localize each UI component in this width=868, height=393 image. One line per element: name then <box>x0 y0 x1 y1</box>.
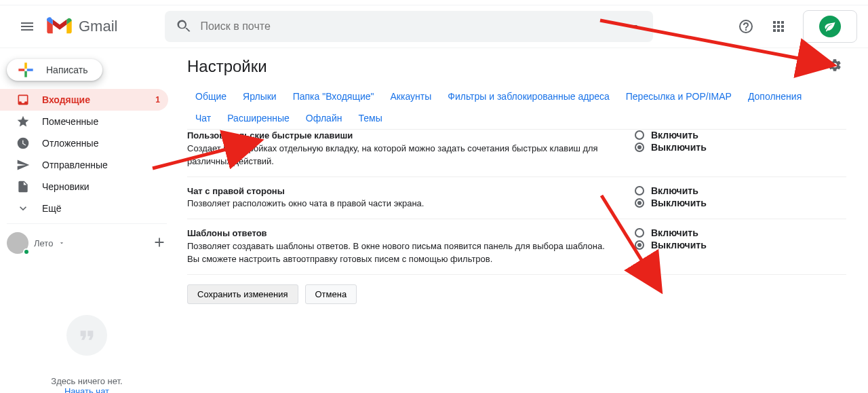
nav-inbox[interactable]: Входящие 1 <box>0 89 168 111</box>
nav-sent[interactable]: Отправленные <box>0 154 168 176</box>
radio-disable[interactable]: Выключить <box>635 142 784 153</box>
inbox-icon <box>16 93 30 107</box>
nav-label: Отложенные <box>42 138 160 149</box>
radio-icon <box>635 130 644 140</box>
settings-panel: Настройки Общие Ярлыки Папка "Входящие" … <box>174 48 868 393</box>
radio-icon <box>635 143 644 152</box>
apps-button[interactable] <box>765 13 792 40</box>
chat-empty-state: Здесь ничего нет. Начать чат <box>0 315 174 393</box>
radio-icon <box>635 228 644 238</box>
tab-advanced[interactable]: Расширенные <box>219 107 298 129</box>
logo-text: Gmail <box>79 18 117 35</box>
tab-filters[interactable]: Фильтры и заблокированные адреса <box>439 86 618 107</box>
setting-title: Пользовательские быстрые клавиши <box>187 130 353 141</box>
settings-tabs: Общие Ярлыки Папка "Входящие" Аккаунты Ф… <box>187 86 846 130</box>
setting-desc: Создает в настройках отдельную вкладку, … <box>187 143 598 166</box>
radio-icon <box>635 198 644 208</box>
search-button[interactable] <box>170 13 197 40</box>
gmail-m-icon <box>46 17 73 36</box>
search-bar[interactable] <box>165 11 653 42</box>
new-chat-button[interactable] <box>152 235 167 252</box>
chat-user[interactable]: Лето <box>7 232 65 254</box>
leaf-icon <box>824 20 836 33</box>
settings-gear-button[interactable] <box>823 54 846 79</box>
radio-disable[interactable]: Выключить <box>635 198 784 208</box>
tab-offline[interactable]: Офлайн <box>298 107 351 129</box>
hamburger-menu[interactable] <box>11 10 43 43</box>
avatar <box>819 16 841 37</box>
radio-enable[interactable]: Включить <box>635 185 784 196</box>
nav-label: Входящие <box>42 94 143 105</box>
setting-title: Чат с правой стороны <box>187 186 285 196</box>
nav-label: Ещё <box>42 203 160 214</box>
apps-grid-icon <box>770 18 787 35</box>
chat-username: Лето <box>34 238 53 248</box>
help-button[interactable] <box>732 13 760 40</box>
compose-button[interactable]: Написать <box>7 59 102 81</box>
nav-drafts[interactable]: Черновики <box>0 176 168 198</box>
caret-down-icon <box>626 18 642 35</box>
tab-accounts[interactable]: Аккаунты <box>382 86 440 107</box>
menu-icon <box>19 18 35 35</box>
actions-bar: Сохранить изменения Отмена <box>187 275 846 314</box>
radio-disable[interactable]: Выключить <box>635 240 784 250</box>
nav-label: Помеченные <box>42 116 160 127</box>
page-title: Настройки <box>187 57 267 76</box>
caret-down-icon <box>58 240 65 246</box>
save-button[interactable]: Сохранить изменения <box>187 284 298 304</box>
setting-title: Шаблоны ответов <box>187 228 267 238</box>
setting-row-hotkeys: Пользовательские быстрые клавиши Создает… <box>187 130 846 177</box>
quote-icon <box>66 315 107 356</box>
radio-enable[interactable]: Включить <box>635 130 784 141</box>
tab-inbox[interactable]: Папка "Входящие" <box>285 86 382 107</box>
app-header: Gmail <box>0 5 868 48</box>
gear-icon <box>827 58 842 73</box>
compose-label: Написать <box>46 64 87 75</box>
search-options[interactable] <box>620 13 648 40</box>
tab-themes[interactable]: Темы <box>350 107 390 129</box>
tab-general[interactable]: Общие <box>187 86 235 107</box>
tab-addons[interactable]: Дополнения <box>740 86 810 107</box>
clock-icon <box>16 136 30 150</box>
setting-desc: Позволяет создавать шаблоны ответов. В о… <box>187 241 605 264</box>
help-icon <box>738 18 754 35</box>
plus-icon <box>15 59 37 81</box>
star-icon <box>16 115 30 128</box>
nav-starred[interactable]: Помеченные <box>0 111 168 132</box>
nav-list: Входящие 1 Помеченные Отложенные Отправл… <box>0 89 174 219</box>
nav-label: Отправленные <box>42 160 160 170</box>
file-icon <box>16 180 30 193</box>
presence-dot <box>23 248 30 255</box>
radio-icon <box>635 240 644 250</box>
nav-snoozed[interactable]: Отложенные <box>0 132 168 154</box>
chat-avatar <box>7 232 28 254</box>
radio-icon <box>635 186 644 195</box>
logo[interactable]: Gmail <box>46 17 117 36</box>
chevron-down-icon <box>16 202 30 215</box>
send-icon <box>16 158 30 172</box>
search-input[interactable] <box>197 20 620 33</box>
account-switcher[interactable] <box>803 10 857 43</box>
nav-more[interactable]: Ещё <box>0 198 168 219</box>
start-chat-link[interactable]: Начать чат <box>64 386 109 393</box>
plus-icon <box>152 235 167 250</box>
sidebar: Написать Входящие 1 Помеченные Отложенны… <box>0 48 174 393</box>
radio-enable[interactable]: Включить <box>635 227 784 238</box>
setting-desc: Позволяет расположить окно чата в правой… <box>187 198 424 208</box>
setting-row-templates: Шаблоны ответов Позволяет создавать шабл… <box>187 219 846 275</box>
empty-title: Здесь ничего нет. <box>0 376 174 386</box>
chat-section: Лето <box>7 223 167 254</box>
nav-count: 1 <box>155 95 160 105</box>
tab-chat[interactable]: Чат <box>187 107 219 129</box>
nav-label: Черновики <box>42 181 160 192</box>
setting-row-rightchat: Чат с правой стороны Позволяет расположи… <box>187 177 846 220</box>
cancel-button[interactable]: Отмена <box>305 284 357 304</box>
search-icon <box>176 18 192 35</box>
header-actions <box>705 10 857 43</box>
tab-forwarding[interactable]: Пересылка и POP/IMAP <box>618 86 740 107</box>
tab-labels[interactable]: Ярлыки <box>235 86 285 107</box>
